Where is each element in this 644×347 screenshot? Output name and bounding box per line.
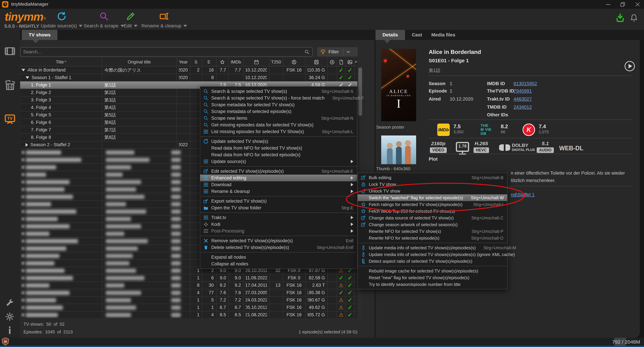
submenu-item-update-media-info-of-selected-tv-shows-s[interactable]: Update media info of selected TV shows(s… bbox=[358, 251, 507, 258]
id-value-thetvdb-id[interactable]: 7945991 bbox=[514, 88, 532, 94]
submenu-item-rewrite-nfo-for-selected-episode-s[interactable]: Rewrite NFO for selected episode(s)Strg+… bbox=[358, 235, 507, 242]
table-row[interactable]: Alice in Borderland今際の国のアリス20202167.77.7… bbox=[20, 66, 357, 74]
collapse-arrow-icon[interactable] bbox=[26, 76, 29, 79]
column-header-watched[interactable] bbox=[354, 58, 357, 66]
menu-item-search-scrape-selected-tv-show-s[interactable]: Search & scrape selected TV show(s)Strg+… bbox=[200, 88, 357, 95]
tab-media-files[interactable]: Media files bbox=[428, 30, 458, 40]
tab-tv-shows[interactable]: TV shows bbox=[22, 30, 58, 40]
search-input[interactable] bbox=[20, 47, 313, 56]
menu-item-export-selected-tv-show-s[interactable]: Export selected TV show(s) bbox=[200, 198, 357, 204]
column-header-nfo[interactable] bbox=[337, 58, 346, 66]
sidebar-item-movies[interactable] bbox=[4, 45, 16, 56]
episode-thumb[interactable] bbox=[381, 136, 416, 164]
submenu-item-rewrite-nfo-for-selected-tv-show-s[interactable]: Rewrite NFO for selected TV show(s)Strg+… bbox=[358, 228, 507, 235]
minimize-button[interactable] bbox=[605, 1, 611, 8]
menu-item-collapse-all-nodes[interactable]: Collapse all nodes bbox=[200, 260, 357, 267]
censored-table-row[interactable]: 116.76.705.10.2012FSK 1649.62 G⚠✓ bbox=[20, 304, 357, 312]
submenu-item-update-media-info-of-selected-tv-shows-s[interactable]: Update media info of selected TV shows(s… bbox=[358, 244, 507, 251]
sidebar-item-settings[interactable] bbox=[5, 312, 14, 321]
column-header-original-title[interactable]: Original title bbox=[102, 58, 176, 66]
app-icon bbox=[2, 1, 8, 8]
table-scrollbar-thumb[interactable] bbox=[358, 68, 362, 116]
season-poster[interactable]: ♥ ♥ ALICE IN BORDERLAND I bbox=[381, 49, 416, 121]
submenu-item-try-to-identify-season-episode-number-fr[interactable]: Try to identify season/episode number fr… bbox=[358, 281, 507, 288]
column-header-aired[interactable] bbox=[243, 58, 269, 66]
menu-item-expand-all-nodes[interactable]: Expand all nodes bbox=[200, 254, 357, 260]
submenu-item-detect-aspect-ratio-of-selected-tv-show-[interactable]: Detect aspect ratio of selected TV show(… bbox=[358, 258, 507, 264]
submenu-item-change-season-artwork-of-selected-season[interactable]: Change season artwork of selected season… bbox=[358, 221, 507, 228]
menu-item-scrape-new-items[interactable]: Scrape new itemsStrg+Umschalt-N bbox=[200, 115, 357, 122]
censored-table-row[interactable]: 148.58.521.08.2022FSK 16305.72 G⚠✓ bbox=[20, 311, 357, 318]
sidebar-item-movie-sets[interactable]: 1 bbox=[4, 80, 16, 90]
rename-cleanup-button[interactable]: Rename & cleanup bbox=[142, 11, 186, 28]
id-value-trakt-tv-id[interactable]: 4463027 bbox=[514, 96, 532, 102]
table-row[interactable]: Season 1 - Staffel 12020810.12.202036.24… bbox=[20, 74, 357, 82]
id-value-tmdb-id[interactable]: 2434012 bbox=[514, 104, 532, 110]
menu-item-enhanced-editing[interactable]: Enhanced editing bbox=[200, 174, 357, 181]
expand-arrow-icon[interactable] bbox=[26, 143, 28, 147]
column-header-new[interactable] bbox=[327, 58, 337, 66]
menu-item-rename-cleanup[interactable]: Rename & cleanup bbox=[200, 188, 357, 195]
column-header-title[interactable]: Title^ bbox=[20, 58, 102, 66]
menu-item-remove-selected-tv-show-s-episode-s[interactable]: Remove selected TV show(s)/episode(s)Ent… bbox=[200, 238, 357, 244]
censored-table-row[interactable]: 157.27.224.03.2022FSK 16280.67 G⚠✓ bbox=[20, 296, 357, 304]
bell-icon[interactable] bbox=[630, 14, 638, 22]
menu-item-update-source-s[interactable]: Update source(s) bbox=[200, 158, 357, 165]
menu-item-get-missing-episodes-data-for-selected-t[interactable]: Get missing episodes data for selected T… bbox=[200, 122, 357, 128]
menu-item-scrape-metadata-for-selected-tv-show-s[interactable]: Scrape metadata for selected TV show(s) bbox=[200, 102, 357, 108]
column-header-year[interactable]: Year bbox=[176, 58, 190, 66]
menu-item-scrape-metadata-of-selected-episode-s[interactable]: Scrape metadata of selected episode(s) bbox=[200, 108, 357, 115]
row-title: 1. Folge 1 bbox=[31, 82, 102, 89]
collapse-arrow-icon[interactable] bbox=[22, 69, 25, 71]
search-icon[interactable] bbox=[304, 49, 310, 55]
submenu-item-switch-the-watched-flag-for-selected-epi[interactable]: Switch the "watched" flag for selected e… bbox=[358, 194, 507, 201]
sidebar-item-tv-shows[interactable]: TV bbox=[4, 113, 16, 124]
menu-item-update-selected-tv-show-s[interactable]: Update selected TV show(s) bbox=[200, 138, 357, 145]
menu-item-trakt-tv[interactable]: Trakt.tv bbox=[200, 214, 357, 221]
censored-table-row[interactable]: 8309.29.217.04.201113FSK 162.63 T⚠✓ bbox=[20, 282, 357, 289]
column-header-size[interactable] bbox=[305, 58, 327, 66]
id-value-imdb-id[interactable]: tt13015952 bbox=[514, 81, 537, 86]
column-header-seasons[interactable]: S bbox=[190, 58, 202, 66]
submenu-item-fetch-ratings-for-selected-tv-show-s-epi[interactable]: Fetch ratings for selected TV show(s)/ep… bbox=[358, 201, 507, 208]
menu-item-read-data-from-nfo-for-selected-tv-show-[interactable]: Read data from NFO for selected TV show(… bbox=[200, 145, 357, 152]
submenu-item-unlock-tv-show[interactable]: Unlock TV show bbox=[358, 188, 507, 194]
bottom-accent-line bbox=[0, 346, 644, 347]
row-rating: 8.5 bbox=[218, 311, 226, 318]
menu-item-delete-selected-tv-show-s-episode-s[interactable]: Delete selected TV show(s)/episode(s)Str… bbox=[200, 244, 357, 251]
submenu-item-fetch-imdb-top-250-for-selected-tv-show-[interactable]: Fetch IMDb Top 250 for selected TV show(… bbox=[358, 208, 507, 214]
menu-item-list-missing-episodes-for-selected-tv-sh[interactable]: List missing episodes for selected TV Sh… bbox=[200, 128, 357, 135]
download-icon[interactable] bbox=[615, 13, 625, 23]
submenu-item-bulk-editing[interactable]: Bulk editingStrg+Umschalt-B bbox=[358, 174, 507, 181]
submenu-item-rebuild-image-cache-for-selected-tv-show[interactable]: Rebuild image cache for selected TV show… bbox=[358, 268, 507, 274]
censored-table-row[interactable]: 169.09.011.09.2022FSK 082.58 G✓✓ bbox=[20, 274, 357, 282]
column-header-imdb[interactable]: IMDb bbox=[228, 58, 243, 66]
submenu-item-change-data-source-of-selected-tv-show-s[interactable]: Change data source of selected TV show(s… bbox=[358, 214, 507, 221]
menu-item-open-the-tv-show-folder[interactable]: Open the TV show folderStrg-E bbox=[200, 204, 357, 211]
censored-table-row[interactable]: 4777.67.627.03.2005FSK 16195.38 G✓✓ bbox=[20, 289, 357, 297]
menu-item-post-processing[interactable]: Post-Processing bbox=[200, 228, 357, 234]
sidebar-item-tools[interactable] bbox=[5, 298, 14, 308]
restore-button[interactable] bbox=[620, 1, 626, 8]
chevron-down-icon[interactable] bbox=[346, 49, 351, 54]
close-button[interactable] bbox=[634, 1, 641, 8]
sidebar-item-about[interactable] bbox=[5, 325, 14, 335]
column-header-rating[interactable] bbox=[216, 58, 228, 66]
column-header-certification[interactable] bbox=[283, 58, 305, 66]
column-header-images[interactable] bbox=[346, 58, 354, 66]
menu-item-kodi[interactable]: Kodi bbox=[200, 221, 357, 228]
play-icon[interactable] bbox=[624, 60, 636, 72]
tab-details[interactable]: Details bbox=[376, 30, 405, 40]
menu-item-read-data-from-nfo-for-selected-episode-[interactable]: Read data from NFO for selected episode(… bbox=[200, 152, 357, 158]
path-link[interactable]: nd\Staffel 1 bbox=[511, 192, 534, 198]
column-header-top250[interactable]: T250 bbox=[269, 58, 283, 66]
submenu-item-lock-tv-show[interactable]: Lock TV show bbox=[358, 181, 507, 188]
menu-item-search-scrape-selected-tv-show-s-force-b[interactable]: Search & scrape selected TV show(s) - fo… bbox=[200, 95, 357, 102]
menu-item-edit-selected-tv-show-s-episode-s[interactable]: Edit selected TV show(s)/episode(s)Strg+… bbox=[200, 168, 357, 174]
filter-button[interactable]: Filter bbox=[317, 47, 358, 56]
column-header-episodes[interactable]: E bbox=[202, 58, 216, 66]
submenu-item-reset-new-flag-for-selected-tv-show-s-ep[interactable]: Reset "new" flag for selected TV show(s)… bbox=[358, 274, 507, 281]
menu-item-download[interactable]: Download bbox=[200, 181, 357, 188]
tab-cast[interactable]: Cast bbox=[408, 30, 426, 40]
update-sources-button[interactable]: Update source(s) bbox=[40, 11, 84, 28]
